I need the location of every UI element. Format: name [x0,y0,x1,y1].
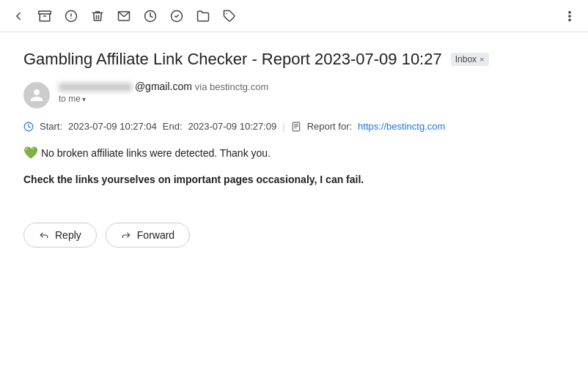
to-me-label: to me [59,94,81,104]
no-broken-text: No broken affiliate links were detected.… [41,147,271,159]
email-subject: Gambling Affiliate Link Checker - Report… [23,50,442,69]
subject-row: Gambling Affiliate Link Checker - Report… [23,50,563,69]
sender-row: @gmail.com via bestinctg.com to me ▾ [23,81,563,108]
doc-icon [291,120,301,132]
end-label: End: [163,121,183,132]
start-label: Start: [40,121,62,132]
reply-button[interactable]: Reply [23,223,97,248]
sender-email-line: @gmail.com via bestinctg.com [59,81,268,92]
end-value: 2023-07-09 10:27:09 [188,121,277,132]
sender-blurred [59,83,132,92]
report-label: Report for: [307,121,352,132]
sender-domain: @gmail.com [135,81,192,92]
green-heart-icon: 💚 [23,146,38,159]
mail-button[interactable] [117,10,131,23]
archive-button[interactable] [38,10,51,23]
mark-done-button[interactable] [170,10,183,23]
forward-label: Forward [137,229,174,241]
snooze-button[interactable] [144,10,157,23]
reply-icon [39,230,49,240]
sender-info: @gmail.com via bestinctg.com to me ▾ [59,81,268,104]
move-button[interactable] [196,10,210,23]
chevron-down-icon: ▾ [82,95,86,103]
inbox-label: Inbox [455,54,477,64]
report-link[interactable]: https://bestinctg.com [358,121,445,132]
sender-via: via bestinctg.com [195,81,268,92]
svg-point-11 [569,19,570,21]
label-button[interactable] [223,10,236,23]
forward-button[interactable]: Forward [106,223,190,248]
check-links-text: Check the links yourselves on important … [23,171,563,187]
svg-rect-0 [39,11,51,14]
start-value: 2023-07-09 10:27:04 [68,121,157,132]
report-button[interactable] [65,10,78,23]
email-container: Gambling Affiliate Link Checker - Report… [0,32,587,259]
email-body: 💚 No broken affiliate links were detecte… [23,144,563,187]
toolbar [0,0,588,32]
back-button[interactable] [12,10,25,23]
meta-separator: | [282,121,284,132]
avatar [23,82,50,108]
delete-button[interactable] [91,10,104,23]
inbox-badge: Inbox × [451,53,489,66]
forward-icon [121,230,131,240]
clock-icon [23,120,34,132]
no-broken-line: 💚 No broken affiliate links were detecte… [23,144,563,163]
reply-label: Reply [55,229,81,241]
more-options-button[interactable] [563,10,576,23]
svg-point-9 [569,11,570,12]
inbox-close-button[interactable]: × [479,55,484,64]
action-buttons: Reply Forward [23,223,563,248]
email-meta: Start: 2023-07-09 10:27:04 End: 2023-07-… [23,120,563,132]
svg-point-10 [569,15,570,16]
to-me-dropdown[interactable]: to me ▾ [59,94,268,104]
